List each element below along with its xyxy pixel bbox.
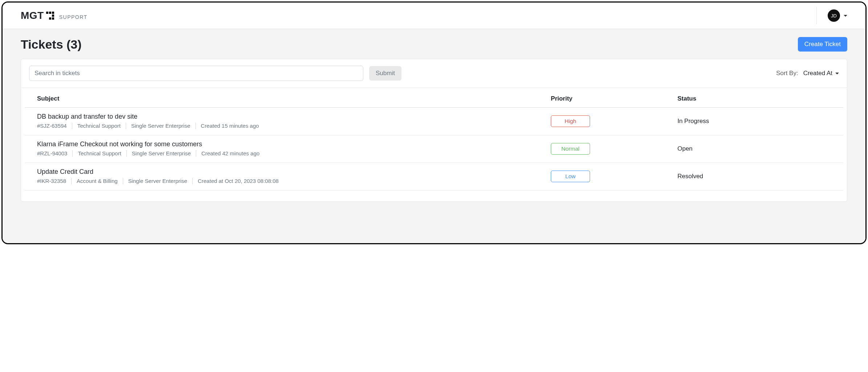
cell-priority: Low xyxy=(548,163,674,191)
table-row[interactable]: DB backup and transfer to dev site#SJZ-6… xyxy=(25,108,843,135)
cell-priority: Normal xyxy=(548,135,674,163)
status-text: Resolved xyxy=(677,173,703,180)
ticket-category: Account & Billing xyxy=(72,178,123,184)
submit-button[interactable]: Submit xyxy=(369,66,401,81)
user-menu[interactable]: JD xyxy=(816,7,851,24)
ticket-id: #SJZ-63594 xyxy=(37,123,72,129)
topbar: MGT SUPPORT JD xyxy=(3,3,865,29)
priority-badge: Normal xyxy=(551,143,590,155)
ticket-subject[interactable]: Update Credit Card xyxy=(37,168,545,176)
priority-badge: Low xyxy=(551,171,590,182)
sort-control: Sort By: Created At xyxy=(776,70,839,77)
ticket-created: Created 42 minutes ago xyxy=(196,150,265,157)
cell-subject: DB backup and transfer to dev site#SJZ-6… xyxy=(25,108,548,135)
search-input[interactable] xyxy=(29,66,363,81)
create-ticket-button[interactable]: Create Ticket xyxy=(798,37,847,52)
avatar-initials: JD xyxy=(831,13,837,19)
ticket-category: Technical Support xyxy=(72,123,126,129)
ticket-plan: Single Server Enterprise xyxy=(123,178,193,184)
ticket-meta: #IKR-32358Account & BillingSingle Server… xyxy=(37,178,545,184)
ticket-meta: #SJZ-63594Technical SupportSingle Server… xyxy=(37,123,545,129)
app-window: MGT SUPPORT JD Tickets (3) Create Ticket… xyxy=(1,1,867,244)
cell-status: Open xyxy=(674,135,843,163)
ticket-created: Created 15 minutes ago xyxy=(196,123,264,129)
brand-subtitle: SUPPORT xyxy=(59,14,88,20)
ticket-plan: Single Server Enterprise xyxy=(126,123,196,129)
ticket-subject[interactable]: Klarna iFrame Checkout not working for s… xyxy=(37,140,545,148)
ticket-category: Technical Support xyxy=(73,150,126,157)
ticket-meta: #RZL-94003Technical SupportSingle Server… xyxy=(37,150,545,157)
ticket-plan: Single Server Enterprise xyxy=(127,150,197,157)
table-row[interactable]: Update Credit Card#IKR-32358Account & Bi… xyxy=(25,163,843,191)
page-body: Tickets (3) Create Ticket Submit Sort By… xyxy=(3,29,865,243)
logo-text: MGT xyxy=(21,10,44,21)
ticket-id: #IKR-32358 xyxy=(37,178,72,184)
page-header: Tickets (3) Create Ticket xyxy=(21,37,847,52)
chevron-down-icon xyxy=(835,73,839,74)
priority-badge: High xyxy=(551,115,590,127)
logo: MGT xyxy=(21,10,54,21)
sort-value-text: Created At xyxy=(803,70,832,77)
cell-subject: Klarna iFrame Checkout not working for s… xyxy=(25,135,548,163)
cell-subject: Update Credit Card#IKR-32358Account & Bi… xyxy=(25,163,548,191)
tickets-table: Subject Priority Status DB backup and tr… xyxy=(25,88,843,191)
sort-label: Sort By: xyxy=(776,70,798,77)
col-header-priority: Priority xyxy=(548,88,674,108)
tickets-table-wrap: Subject Priority Status DB backup and tr… xyxy=(21,88,847,201)
ticket-created: Created at Oct 20, 2023 08:08:08 xyxy=(193,178,284,184)
sort-dropdown[interactable]: Created At xyxy=(803,70,839,77)
chevron-down-icon xyxy=(844,15,847,17)
cell-status: Resolved xyxy=(674,163,843,191)
logo-mark-icon xyxy=(46,12,54,20)
col-header-subject: Subject xyxy=(25,88,548,108)
status-text: In Progress xyxy=(677,118,709,124)
cell-priority: High xyxy=(548,108,674,135)
brand[interactable]: MGT SUPPORT xyxy=(21,10,88,21)
avatar: JD xyxy=(828,9,840,22)
status-text: Open xyxy=(677,145,693,152)
page-title: Tickets (3) xyxy=(21,37,82,52)
table-row[interactable]: Klarna iFrame Checkout not working for s… xyxy=(25,135,843,163)
ticket-id: #RZL-94003 xyxy=(37,150,73,157)
col-header-status: Status xyxy=(674,88,843,108)
panel-controls: Submit Sort By: Created At xyxy=(21,59,847,88)
cell-status: In Progress xyxy=(674,108,843,135)
ticket-subject[interactable]: DB backup and transfer to dev site xyxy=(37,113,545,120)
tickets-panel: Submit Sort By: Created At Subject Prior… xyxy=(21,59,847,202)
